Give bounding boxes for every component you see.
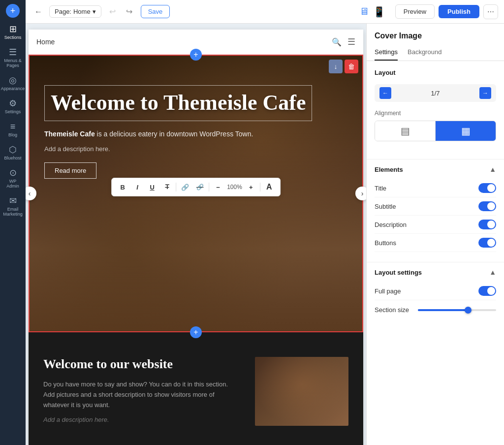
toolbar-separator-3 — [260, 183, 260, 191]
add-above-button[interactable]: + — [190, 49, 202, 61]
save-button[interactable]: Save — [141, 5, 170, 18]
mobile-view-button[interactable]: 📱 — [373, 6, 385, 18]
sidebar-item-label: Appearance — [1, 86, 25, 91]
decrease-size-button[interactable]: − — [212, 181, 224, 193]
toggle-title-switch[interactable] — [478, 183, 496, 193]
panel-tabs: Settings Background — [367, 44, 504, 61]
chevron-down-icon: ▾ — [93, 8, 96, 15]
layout-settings-header: Layout settings ▲ — [375, 268, 496, 276]
sidebar-item-label: Email Marketing — [3, 207, 23, 217]
section-size-slider[interactable] — [418, 309, 496, 311]
page-name: Home — [73, 8, 91, 15]
topbar-right: Preview Publish ⋯ — [395, 4, 498, 19]
align-left-icon: ▤ — [401, 125, 410, 137]
align-left-option[interactable]: ▤ — [375, 121, 436, 141]
redo-button[interactable]: ↪ — [122, 4, 137, 19]
second-section-add-description: Add a description here. — [43, 416, 240, 423]
unlink-button[interactable]: 🔗 — [194, 181, 206, 193]
toggle-title-label: Title — [375, 185, 386, 192]
slider-thumb[interactable] — [465, 307, 472, 314]
move-down-button[interactable]: ↓ — [329, 60, 343, 73]
back-icon: ← — [34, 7, 42, 16]
sidebar-item-settings[interactable]: ⚙ Settings — [1, 96, 25, 117]
nav-right-button[interactable]: › — [355, 187, 366, 200]
add-section-button[interactable]: + — [6, 4, 20, 18]
cover-description[interactable]: Add a description here. — [44, 145, 347, 153]
main-canvas: Home 🔍 ☰ + ↓ 🗑 ‹ › — [26, 24, 366, 445]
toolbar-separator-2 — [209, 183, 209, 191]
desktop-view-button[interactable]: 🖥 — [359, 6, 369, 18]
bluehost-icon: ⬡ — [9, 145, 17, 154]
topbar: ← Page: Home ▾ ↩ ↪ Save 🖥 📱 Preview Publ… — [26, 0, 504, 24]
align-right-option[interactable]: ▦ — [436, 121, 496, 141]
redo-icon: ↪ — [126, 7, 132, 16]
elements-collapse-button[interactable]: ▲ — [489, 165, 496, 173]
undo-button[interactable]: ↩ — [105, 4, 120, 19]
layout-position: 1/7 — [395, 90, 475, 97]
add-below-button[interactable]: + — [190, 326, 202, 338]
back-button[interactable]: ← — [32, 5, 45, 19]
sidebar-item-appearance[interactable]: ◎ Appearance — [1, 73, 25, 94]
toggle-description-switch[interactable] — [478, 220, 496, 229]
cover-subtitle[interactable]: Themeisle Cafe is a delicious eatery in … — [44, 129, 347, 139]
sidebar: + ⊞ Sections ☰ Menus & Pages ◎ Appearanc… — [0, 0, 26, 445]
section-size-row: Section size — [375, 306, 496, 314]
layout-next-button[interactable]: → — [479, 87, 491, 99]
second-section-image — [255, 357, 348, 426]
blog-icon: ≡ — [10, 122, 16, 131]
sidebar-item-blog[interactable]: ≡ Blog — [1, 119, 25, 140]
toggle-buttons: Buttons — [375, 234, 496, 252]
toggle-fullpage-switch[interactable] — [478, 286, 496, 296]
alignment-options: ▤ ▦ — [375, 121, 496, 141]
cover-title[interactable]: Welcome to Themeisle Cafe — [51, 91, 306, 116]
sidebar-item-wp-admin[interactable]: ⊙ WP Admin — [1, 165, 25, 191]
section-actions: ↓ 🗑 — [329, 60, 358, 73]
toggle-description: Description — [375, 216, 496, 234]
appearance-icon: ◎ — [9, 76, 17, 85]
email-icon: ✉ — [9, 196, 17, 205]
more-options-button[interactable]: ⋯ — [483, 4, 498, 19]
bold-button[interactable]: B — [117, 181, 128, 193]
sidebar-item-bluehost[interactable]: ⬡ Bluehost — [1, 142, 25, 163]
sidebar-item-sections[interactable]: ⊞ Sections — [1, 22, 25, 43]
layout-settings-title: Layout settings — [375, 269, 422, 276]
search-icon[interactable]: 🔍 — [332, 37, 342, 47]
toggle-title: Title — [375, 179, 496, 197]
strikethrough-button[interactable]: T̶ — [161, 181, 173, 193]
subtitle-rest: is a delicious eatery in downtown WordPr… — [97, 130, 253, 138]
elements-section-header: Elements ▲ — [375, 165, 496, 173]
link-button[interactable]: 🔗 — [179, 181, 191, 193]
page-selector[interactable]: Page: Home ▾ — [49, 5, 101, 18]
cover-section[interactable]: + ↓ 🗑 ‹ › B I U T̶ — [29, 55, 363, 332]
toggle-buttons-switch[interactable] — [478, 238, 496, 248]
layout-prev-button[interactable]: ← — [379, 87, 391, 99]
sidebar-item-email[interactable]: ✉ Email Marketing — [1, 193, 25, 220]
cover-title-box[interactable]: Welcome to Themeisle Cafe — [44, 85, 312, 121]
toggle-description-label: Description — [375, 221, 407, 228]
chevron-right-icon: › — [361, 190, 364, 197]
prev-icon: ← — [382, 90, 388, 96]
cover-image: B I U T̶ 🔗 🔗 − 100% + A — [30, 56, 362, 331]
italic-button[interactable]: I — [131, 181, 143, 193]
cafe-name: Themeisle Cafe — [44, 130, 95, 138]
second-section: Welcome to our website Do you have more … — [29, 332, 363, 445]
layout-settings-collapse-button[interactable]: ▲ — [489, 268, 496, 276]
undo-icon: ↩ — [109, 7, 116, 16]
second-section-text: Welcome to our website Do you have more … — [43, 357, 240, 423]
align-right-icon: ▦ — [461, 125, 471, 137]
next-icon: → — [482, 90, 488, 96]
sidebar-item-label: Settings — [5, 109, 21, 114]
toggle-subtitle-switch[interactable] — [478, 201, 496, 211]
sidebar-item-menus[interactable]: ☰ Menus & Pages — [1, 45, 25, 71]
publish-button[interactable]: Publish — [439, 5, 479, 18]
delete-section-button[interactable]: 🗑 — [345, 60, 358, 73]
sections-icon: ⊞ — [9, 25, 17, 33]
underline-button[interactable]: U — [146, 181, 158, 193]
hamburger-icon[interactable]: ☰ — [347, 36, 355, 47]
increase-size-button[interactable]: + — [245, 181, 257, 193]
tab-background[interactable]: Background — [408, 44, 441, 61]
tab-settings[interactable]: Settings — [375, 44, 398, 61]
read-more-button[interactable]: Read more — [44, 162, 96, 179]
font-button[interactable]: A — [263, 181, 275, 193]
preview-button[interactable]: Preview — [395, 4, 435, 19]
